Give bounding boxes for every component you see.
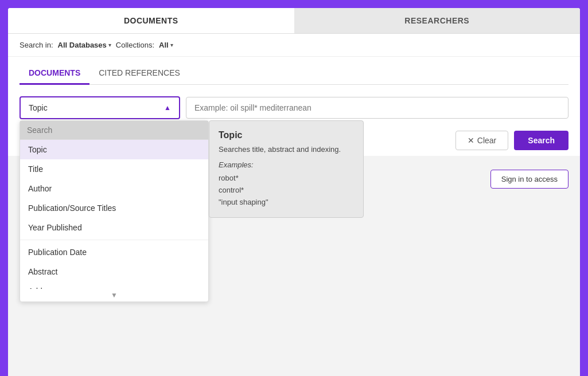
content-area: DOCUMENTS CITED REFERENCES Topic ▲ Topic <box>8 57 580 125</box>
field-dropdown-menu: Topic Title Author Publication/Source Ti… <box>20 120 209 302</box>
dropdown-item-address[interactable]: Address <box>20 281 208 289</box>
tooltip-example-3: "input shaping" <box>219 197 354 209</box>
clear-button[interactable]: ✕ Clear <box>455 131 508 150</box>
tooltip-panel: Topic Searches title, abstract and index… <box>209 120 364 218</box>
dropdown-list: Topic Title Author Publication/Source Ti… <box>20 140 208 289</box>
collections-label: Collections: <box>116 41 154 49</box>
search-in-label: Search in: <box>20 41 53 49</box>
search-bar-row: Search in: All Databases ▾ Collections: … <box>8 34 580 57</box>
dropdown-item-publication-date[interactable]: Publication Date <box>20 242 208 262</box>
tooltip-examples-label: Examples: <box>219 160 354 169</box>
dropdown-item-publication-source[interactable]: Publication/Source Titles <box>20 198 208 218</box>
databases-caret-icon: ▾ <box>108 42 111 48</box>
dropdown-item-year-published[interactable]: Year Published <box>20 218 208 237</box>
tab-cited-references[interactable]: CITED REFERENCES <box>89 62 189 85</box>
tab-researchers[interactable]: RESEARCHERS <box>294 8 581 33</box>
field-dropdown-trigger[interactable]: Topic ▲ <box>20 96 180 119</box>
databases-dropdown[interactable]: All Databases ▾ <box>58 41 111 49</box>
dropdown-item-author[interactable]: Author <box>20 179 208 198</box>
dropdown-item-title[interactable]: Title <box>20 159 208 179</box>
tab-documents[interactable]: DOCUMENTS <box>8 8 294 33</box>
dropdown-search-input[interactable] <box>20 121 208 140</box>
search-button[interactable]: Search <box>514 131 568 150</box>
tooltip-example-1: robot* <box>219 173 354 185</box>
tab-documents-inner[interactable]: DOCUMENTS <box>20 62 89 85</box>
tooltip-title: Topic <box>219 130 354 140</box>
sign-in-button[interactable]: Sign in to access <box>490 170 568 189</box>
search-text-input[interactable] <box>186 97 568 119</box>
inner-tabs: DOCUMENTS CITED REFERENCES <box>20 57 568 85</box>
collections-caret-icon: ▾ <box>170 42 173 48</box>
dropdown-divider <box>20 240 208 240</box>
tooltip-description: Searches title, abstract and indexing. <box>219 145 354 154</box>
field-dropdown-chevron-icon: ▲ <box>164 104 171 112</box>
dropdown-item-topic[interactable]: Topic <box>20 140 208 159</box>
clear-x-icon: ✕ <box>468 136 474 145</box>
tooltip-example-2: control* <box>219 185 354 197</box>
top-tabs: DOCUMENTS RESEARCHERS <box>8 8 580 34</box>
search-row: Topic ▲ Topic Title Author <box>20 85 568 125</box>
collections-dropdown[interactable]: All ▾ <box>159 41 173 49</box>
dropdown-item-abstract[interactable]: Abstract <box>20 262 208 281</box>
dropdown-scroll-down-icon: ▼ <box>20 289 208 301</box>
